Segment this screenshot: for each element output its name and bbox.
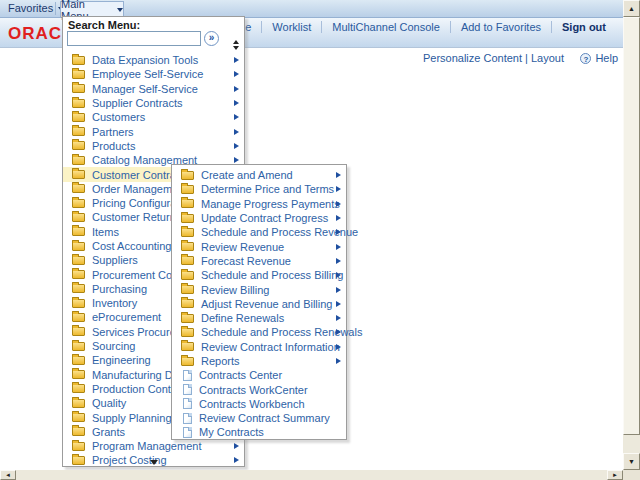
menu-item-label: Sourcing (92, 340, 135, 352)
submenu-item[interactable]: Review Contract Information (172, 340, 346, 354)
submenu-item[interactable]: Determine Price and Terms (172, 182, 346, 196)
submenu-item-label: Schedule and Process Revenue (201, 226, 358, 238)
scroll-up-button[interactable]: ▲ (623, 0, 640, 17)
search-go-button[interactable]: » (204, 31, 219, 46)
submenu-item[interactable]: Schedule and Process Billing (172, 268, 346, 282)
submenu-item-label: Contracts WorkCenter (199, 384, 308, 396)
menu-item[interactable]: Supplier Contracts (63, 96, 244, 110)
folder-icon (181, 357, 194, 366)
folder-icon (72, 399, 85, 408)
submenu-item[interactable]: Schedule and Process Renewals (172, 325, 346, 339)
folder-icon (72, 313, 85, 322)
scroll-left-button[interactable]: ◄ (0, 470, 16, 480)
vertical-scrollbar[interactable]: ▲ ▼ (623, 0, 640, 470)
submenu-item[interactable]: Contracts WorkCenter (172, 382, 346, 396)
submenu-item[interactable]: Review Revenue (172, 239, 346, 253)
folder-icon (72, 213, 85, 222)
menu-item[interactable]: Partners (63, 124, 244, 138)
chevron-down-icon (117, 8, 123, 12)
menu-item[interactable]: Manager Self-Service (63, 82, 244, 96)
menu-item-label: Engineering (92, 354, 151, 366)
submenu-item[interactable]: Update Contract Progress (172, 211, 346, 225)
submenu-item-label: Adjust Revenue and Billing (201, 298, 332, 310)
nav-link[interactable]: Add to Favorites (450, 21, 551, 33)
menu-item-label: Suppliers (92, 254, 138, 266)
submenu-arrow-icon (336, 358, 341, 364)
submenu-arrow-icon (336, 272, 341, 278)
submenu-item-label: Review Revenue (201, 241, 284, 253)
nav-link[interactable]: Worklist (261, 21, 321, 33)
folder-icon (72, 427, 85, 436)
submenu-item[interactable]: Review Contract Summary (172, 411, 346, 425)
topbar-divider (55, 2, 56, 15)
submenu-arrow-icon (336, 315, 341, 321)
menu-item[interactable]: Data Expansion Tools (63, 53, 244, 67)
menu-item-label: Manager Self-Service (92, 83, 198, 95)
scroll-down-button[interactable]: ▼ (623, 453, 640, 470)
personalize-content-layout-link[interactable]: Personalize Content | Layout (423, 52, 564, 64)
menu-item[interactable]: Products (63, 139, 244, 153)
submenu-item[interactable]: Manage Progress Payments (172, 197, 346, 211)
folder-icon (72, 242, 85, 251)
menu-item[interactable]: Employee Self-Service (63, 67, 244, 81)
submenu-arrow-icon (336, 244, 341, 250)
submenu-arrow-icon (234, 129, 239, 135)
menu-scroll-down-icon[interactable] (150, 460, 158, 465)
submenu-item-label: Forecast Revenue (201, 255, 291, 267)
folder-icon (181, 242, 194, 251)
submenu-item[interactable]: Contracts Workbench (172, 397, 346, 411)
submenu-item[interactable]: Reports (172, 354, 346, 368)
favorites-label: Favorites (8, 2, 53, 15)
submenu-arrow-icon (336, 287, 341, 293)
menu-item[interactable]: Customers (63, 110, 244, 124)
submenu-arrow-icon (336, 201, 341, 207)
submenu-item[interactable]: Review Billing (172, 282, 346, 296)
submenu-item-label: Schedule and Process Billing (201, 269, 343, 281)
folder-icon (72, 456, 85, 465)
folder-icon (181, 342, 194, 351)
folder-icon (181, 185, 194, 194)
folder-icon (72, 184, 85, 193)
nav-link[interactable]: MultiChannel Console (321, 21, 450, 33)
folder-icon (72, 413, 85, 422)
vertical-scrollbar-thumb[interactable] (623, 17, 640, 435)
menu-item-label: Program Management (92, 440, 201, 452)
help-link[interactable]: ? Help (580, 52, 618, 64)
search-input[interactable] (67, 31, 201, 46)
folder-icon (72, 99, 85, 108)
folder-icon (72, 199, 85, 208)
submenu-item[interactable]: Create and Amend (172, 168, 346, 182)
document-icon (183, 427, 192, 438)
submenu-item[interactable]: Schedule and Process Revenue (172, 225, 346, 239)
submenu-arrow-icon (336, 215, 341, 221)
menu-item-label: Employee Self-Service (92, 68, 203, 80)
menu-item-label: Supplier Contracts (92, 97, 183, 109)
scroll-right-button[interactable]: ► (607, 470, 623, 480)
folder-icon (72, 227, 85, 236)
menu-item-label: Partners (92, 126, 134, 138)
menu-scroll-handle-icon[interactable] (233, 40, 240, 50)
submenu-item-label: Review Billing (201, 284, 269, 296)
folder-icon (181, 328, 194, 337)
submenu-item-label: Reports (201, 355, 240, 367)
menu-item-label: Data Expansion Tools (92, 54, 198, 66)
submenu-item[interactable]: Adjust Revenue and Billing (172, 297, 346, 311)
submenu-item[interactable]: My Contracts (172, 425, 346, 439)
nav-link[interactable]: Sign out (551, 21, 616, 33)
submenu-item-label: Define Renewals (201, 312, 284, 324)
submenu-item[interactable]: Define Renewals (172, 311, 346, 325)
folder-icon (181, 228, 194, 237)
submenu-item[interactable]: Forecast Revenue (172, 254, 346, 268)
submenu-arrow-icon (234, 57, 239, 63)
folder-icon (72, 342, 85, 351)
folder-icon (72, 270, 85, 279)
main-menu-button[interactable]: Main Menu (60, 1, 124, 17)
help-label: Help (595, 52, 618, 64)
submenu-arrow-icon (234, 457, 239, 463)
submenu-arrow-icon (336, 186, 341, 192)
horizontal-scrollbar[interactable]: ◄ ► (0, 470, 623, 480)
menu-item-label: Inventory (92, 297, 137, 309)
menu-item-label: Purchasing (92, 283, 147, 295)
menu-item[interactable]: Program Management (63, 439, 244, 453)
submenu-item[interactable]: Contracts Center (172, 368, 346, 382)
